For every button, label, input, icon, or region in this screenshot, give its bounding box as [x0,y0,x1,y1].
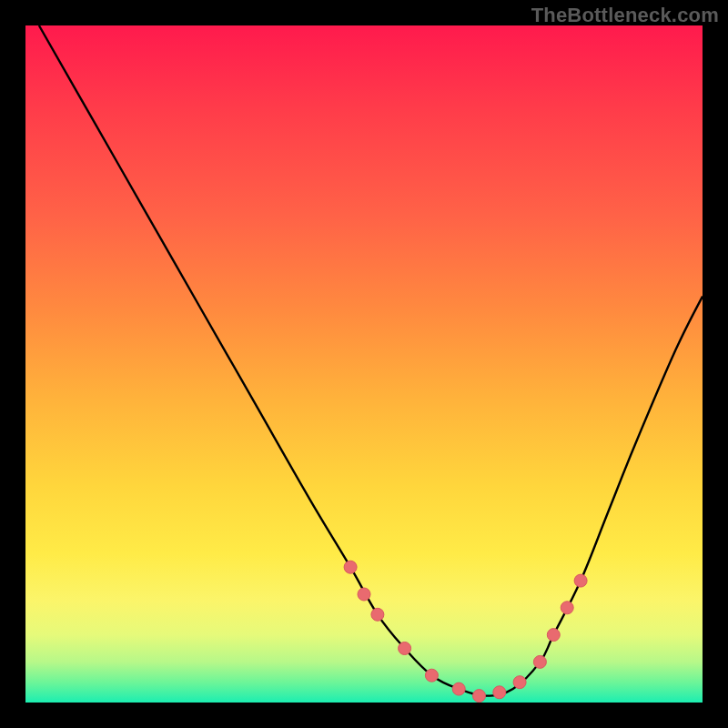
marker-point [371,608,384,621]
marker-point [344,561,357,573]
marker-point [513,676,526,689]
marker-point [425,669,438,682]
marker-point [493,686,506,699]
highlight-markers [344,561,587,702]
marker-point [399,642,411,655]
chart-svg [25,25,703,703]
marker-point [574,574,587,587]
marker-point [561,602,573,614]
marker-point [547,629,560,642]
plot-area [25,25,703,703]
marker-point [473,690,486,703]
marker-point [452,682,465,695]
bottleneck-curve [39,25,703,696]
marker-point [358,588,370,601]
chart-stage: TheBottleneck.com [0,0,728,728]
marker-point [533,655,546,668]
watermark-text: TheBottleneck.com [531,4,719,27]
